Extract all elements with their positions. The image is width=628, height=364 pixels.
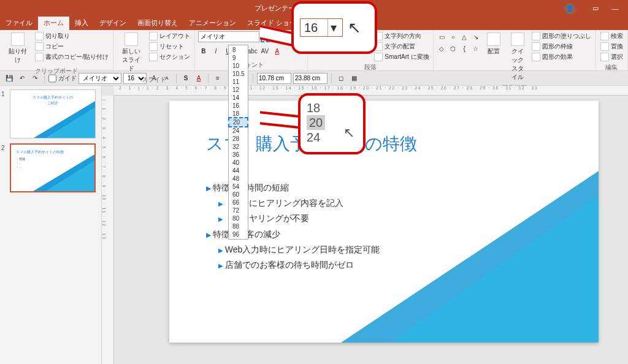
shape-gallery[interactable]: ▭○△↘ ◇⬡{☆ [437, 31, 481, 54]
find-button[interactable]: 検索 [599, 31, 624, 41]
ribbon-display-icon[interactable]: ▭ [590, 3, 601, 14]
user-avatar[interactable]: 👤 [564, 3, 575, 14]
thumb-number: 1 [1, 89, 10, 138]
select-button[interactable]: 選択 [599, 52, 624, 62]
layout-button[interactable]: レイアウト [148, 31, 191, 41]
group-drawing: ▭○△↘ ◇⬡{☆ 配置 クイック スタイル 図形の塗りつぶし 図形の枠線 図形… [434, 30, 596, 70]
bold-button[interactable]: B [198, 45, 209, 56]
text-direction-button[interactable]: 文字列の方向 [373, 31, 430, 41]
section-button[interactable]: セクション [148, 52, 191, 62]
size-option-96[interactable]: 96 [229, 230, 248, 238]
copy-button[interactable]: コピー [34, 42, 110, 51]
thumbnail-1[interactable]: 1 スマホ購入予約サイトの ご紹介 [1, 89, 100, 138]
height-input[interactable] [293, 73, 327, 84]
spacing-button[interactable]: AV [259, 45, 270, 56]
group-clipboard: 貼り付け 切り取り コピー 書式のコピー/貼り付け クリップボード [0, 30, 113, 70]
font-size-dropdown[interactable]: 891010.511121416182024283236404448546066… [228, 45, 248, 240]
callout-font-size-box: 16 ▾ ↖ [291, 1, 377, 54]
font-color-button[interactable]: A [272, 45, 283, 56]
size-option-10.5[interactable]: 10.5 [229, 70, 248, 78]
group-label: スライド [117, 74, 191, 84]
size-option-72[interactable]: 72 [229, 207, 248, 214]
size-option-60[interactable]: 60 [229, 191, 248, 199]
paste-label: 貼り付け [6, 47, 29, 64]
size-option-selected: 20 [307, 115, 325, 130]
vertical-ruler: | · 1 · 2 · 3 · 4 · 5 · 6 · 7 · 8 · 9 · … [102, 96, 114, 364]
callout-size-list: 18 20 24 ↖ [298, 93, 366, 154]
picture-icon[interactable]: ▦ [348, 73, 359, 84]
tab-transitions[interactable]: 画面切り替え [132, 17, 183, 30]
group-editing: 検索 置換 選択 編集 [596, 30, 628, 70]
size-option-40[interactable]: 40 [229, 159, 248, 167]
size-option-8[interactable]: 8 [229, 46, 248, 54]
minimize-icon[interactable]: — [610, 3, 621, 14]
size-option-12[interactable]: 12 [229, 86, 248, 94]
outline-icon [532, 42, 540, 51]
shadow-button[interactable]: abc [247, 45, 258, 56]
brush-icon [35, 53, 44, 61]
align-left-icon[interactable]: ≡ [212, 73, 223, 84]
replace-button[interactable]: 置換 [599, 42, 624, 51]
font-size-zoom: 16 ▾ [300, 18, 343, 37]
thumbnail-2[interactable]: 2 スマホ購入予約サイトの特徴・特徴 ・… ・… [1, 143, 100, 192]
shape-outline-button[interactable]: 図形の枠線 [530, 42, 592, 51]
size-option-44[interactable]: 44 [229, 167, 248, 175]
horizontal-ruler: 2 · 1 · | · 1 · 2 · 3 · 4 · 5 · 6 · 7 · … [114, 86, 628, 96]
reset-button[interactable]: リセット [148, 42, 191, 51]
size-option-16[interactable]: 16 [229, 102, 248, 110]
copy-icon [35, 42, 44, 51]
format-painter-button[interactable]: 書式のコピー/貼り付け [34, 52, 110, 62]
smartart-button[interactable]: SmartArt に変換 [373, 52, 430, 62]
replace-icon [600, 42, 609, 51]
layout-icon [149, 32, 158, 40]
cursor-icon: ↖ [348, 18, 361, 37]
chevron-down-icon: ▾ [327, 19, 339, 36]
quick-styles-button[interactable]: クイック スタイル [507, 31, 529, 83]
size-option-9[interactable]: 9 [229, 54, 248, 62]
size-option-36[interactable]: 36 [229, 151, 248, 159]
tab-animations[interactable]: アニメーション [183, 17, 242, 30]
size-option-28[interactable]: 28 [229, 135, 248, 143]
new-slide-icon [124, 32, 138, 46]
size-option-32[interactable]: 32 [229, 143, 248, 151]
italic-button[interactable]: I [210, 45, 221, 56]
size-option-66[interactable]: 66 [229, 199, 248, 207]
font-color-icon[interactable]: A [193, 73, 204, 84]
new-slide-button[interactable]: 新しい スライド [117, 31, 146, 74]
size-option-48[interactable]: 48 [229, 175, 248, 183]
group-label: クリップボード [3, 66, 110, 75]
group-label: 編集 [599, 62, 624, 72]
shapes-icon[interactable]: ◻ [335, 73, 347, 84]
font-name-input[interactable] [198, 31, 259, 42]
paste-icon [11, 32, 25, 46]
width-input[interactable] [257, 73, 291, 84]
tab-design[interactable]: デザイン [94, 17, 132, 30]
size-option-20[interactable]: 20 [228, 117, 248, 127]
shape-fill-button[interactable]: 図形の塗りつぶし [530, 31, 592, 41]
size-option-11[interactable]: 11 [229, 78, 248, 86]
window-controls: 👤 ▭ — [564, 3, 628, 14]
size-option-24[interactable]: 24 [229, 127, 248, 135]
scissors-icon [35, 32, 44, 40]
effects-icon [532, 53, 540, 61]
thumb-number: 2 [1, 143, 10, 192]
arrange-button[interactable]: 配置 [483, 31, 505, 57]
size-option-10[interactable]: 10 [229, 62, 248, 70]
tab-insert[interactable]: 挿入 [69, 17, 94, 30]
fill-icon [532, 32, 540, 40]
tab-home[interactable]: ホーム [38, 17, 69, 30]
size-option-54[interactable]: 54 [229, 183, 248, 191]
shape-effects-button[interactable]: 図形の効果 [530, 52, 592, 62]
section-icon [149, 53, 158, 61]
text-align-button[interactable]: 文字の配置 [373, 42, 430, 51]
paste-button[interactable]: 貼り付け [3, 31, 32, 66]
select-icon [600, 53, 609, 61]
tab-file[interactable]: ファイル [0, 17, 38, 30]
cut-button[interactable]: 切り取り [34, 31, 110, 41]
size-option-80[interactable]: 80 [229, 214, 248, 222]
quick-styles-icon [511, 32, 524, 46]
search-icon [600, 32, 609, 40]
slide-thumbnails: 1 スマホ購入予約サイトの ご紹介 2 スマホ購入予約サイトの特徴・特徴 ・… … [0, 86, 102, 364]
size-option-88[interactable]: 88 [229, 222, 248, 230]
size-option-14[interactable]: 14 [229, 94, 248, 102]
